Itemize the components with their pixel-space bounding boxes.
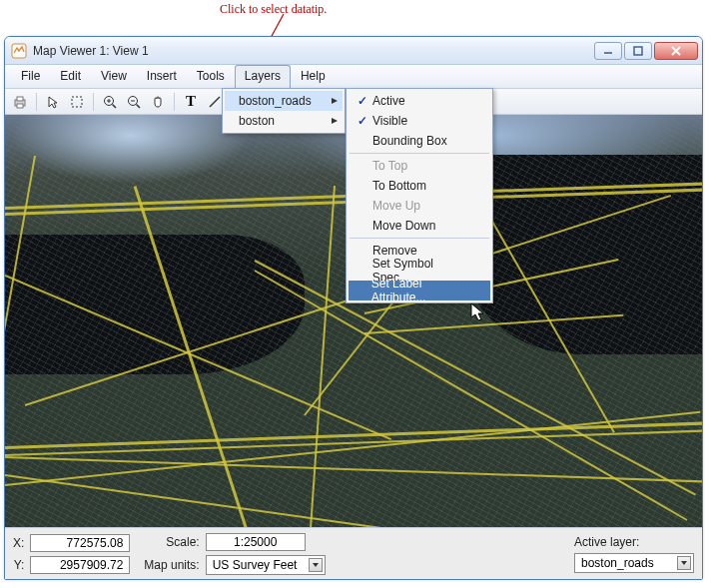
toolbar-separator (174, 93, 175, 111)
window-buttons (594, 42, 698, 60)
active-layer-value: boston_roads (581, 556, 654, 570)
submenu-arrow-icon (331, 94, 339, 108)
annotation-callout: Click to select datatip. (220, 2, 327, 17)
map-units-combo[interactable]: US Survey Feet (206, 555, 326, 575)
marquee-button[interactable] (66, 91, 88, 113)
svg-line-16 (137, 104, 141, 108)
ctx-item-label: Remove (372, 244, 417, 258)
menu-layers[interactable]: Layers (235, 65, 291, 88)
svg-rect-10 (72, 97, 82, 107)
svg-line-18 (210, 97, 220, 107)
menu-view[interactable]: View (91, 65, 137, 88)
ctx-item-label: Set Label Attribute... (371, 277, 472, 304)
scale-readout: 1:25000 (206, 533, 306, 551)
menu-help[interactable]: Help (291, 65, 336, 88)
arrow-icon (45, 94, 61, 110)
toolbar-separator (36, 93, 37, 111)
print-button[interactable] (9, 91, 31, 113)
zoom-in-button[interactable] (99, 91, 121, 113)
text-icon: T (186, 93, 196, 110)
pan-hand-icon (150, 94, 166, 110)
layer-item-boston[interactable]: boston (225, 111, 343, 131)
ctx-item-label: Visible (372, 114, 407, 128)
scale-label: Scale: (144, 535, 199, 549)
chevron-down-icon (309, 558, 323, 572)
svg-marker-19 (313, 563, 319, 567)
zoom-out-icon (126, 94, 142, 110)
text-tool-button[interactable]: T (180, 91, 202, 113)
ctx-item-label: Active (372, 94, 405, 108)
x-readout: 772575.08 (30, 534, 130, 552)
chevron-down-icon (677, 556, 691, 570)
ctx-active[interactable]: ✓ Active (349, 91, 490, 111)
y-label: Y: (13, 558, 24, 572)
ctx-item-label: Move Down (372, 219, 435, 233)
menu-file[interactable]: File (11, 65, 50, 88)
map-units-value: US Survey Feet (213, 558, 298, 572)
menu-tools[interactable]: Tools (187, 65, 235, 88)
svg-line-12 (113, 104, 117, 108)
check-icon: ✓ (353, 114, 372, 128)
minimize-button[interactable] (594, 42, 622, 60)
svg-marker-21 (332, 98, 338, 104)
select-arrow-button[interactable] (42, 91, 64, 113)
marquee-icon (69, 94, 85, 110)
zoom-in-icon (102, 94, 118, 110)
ctx-bounding-box[interactable]: Bounding Box (349, 131, 490, 151)
line-icon (207, 94, 223, 110)
svg-rect-9 (17, 104, 23, 108)
ctx-item-label: Move Up (372, 199, 420, 213)
svg-rect-4 (634, 47, 642, 55)
ctx-set-label-attribute[interactable]: Set Label Attribute... (349, 281, 490, 300)
layer-context-submenu: ✓ Active ✓ Visible Bounding Box To Top T… (346, 88, 493, 303)
ctx-visible[interactable]: ✓ Visible (349, 111, 490, 131)
map-units-label: Map units: (144, 558, 199, 572)
ctx-to-bottom[interactable]: To Bottom (349, 176, 490, 196)
svg-marker-22 (332, 118, 338, 124)
x-label: X: (13, 536, 24, 550)
menu-divider (350, 153, 489, 154)
menu-edit[interactable]: Edit (50, 65, 91, 88)
active-layer-label: Active layer: (574, 535, 694, 549)
statusbar: X: 772575.08 Y: 2957909.72 Scale: 1:2500… (5, 527, 702, 579)
menu-divider (350, 238, 489, 239)
svg-rect-8 (17, 97, 23, 101)
toolbar-separator (93, 93, 94, 111)
menu-insert[interactable]: Insert (137, 65, 187, 88)
ctx-to-top: To Top (349, 156, 490, 176)
layer-item-boston-roads[interactable]: boston_roads (225, 91, 343, 111)
window-title: Map Viewer 1: View 1 (33, 44, 594, 58)
ctx-move-up: Move Up (349, 196, 490, 216)
check-icon: ✓ (353, 94, 372, 108)
print-icon (12, 94, 28, 110)
zoom-out-button[interactable] (123, 91, 145, 113)
maximize-button[interactable] (624, 42, 652, 60)
titlebar: Map Viewer 1: View 1 (5, 37, 702, 65)
layer-item-label: boston (239, 114, 275, 128)
ctx-item-label: To Top (372, 159, 407, 173)
ctx-move-down[interactable]: Move Down (349, 216, 490, 236)
ctx-item-label: Bounding Box (372, 134, 447, 148)
svg-marker-20 (681, 561, 687, 565)
pan-button[interactable] (147, 91, 169, 113)
app-icon (11, 43, 27, 59)
submenu-arrow-icon (331, 114, 339, 128)
layers-submenu: boston_roads boston (222, 88, 346, 134)
y-readout: 2957909.72 (30, 556, 130, 574)
close-button[interactable] (654, 42, 698, 60)
menubar: File Edit View Insert Tools Layers Help (5, 65, 702, 89)
layer-item-label: boston_roads (239, 94, 312, 108)
ctx-item-label: To Bottom (372, 179, 426, 193)
active-layer-combo[interactable]: boston_roads (574, 553, 694, 573)
